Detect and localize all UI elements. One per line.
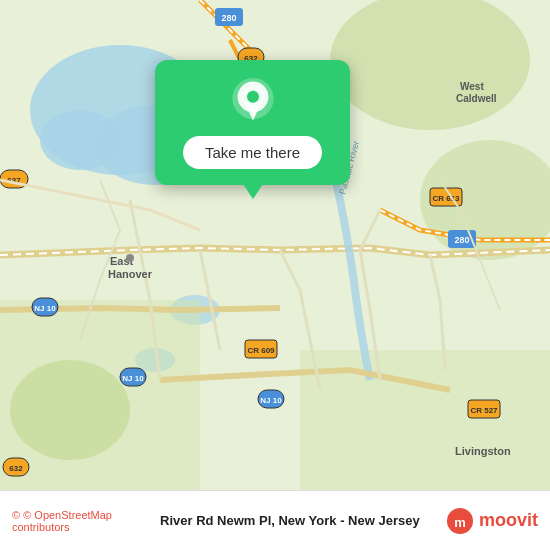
osm-copyright-icon: ©	[12, 509, 20, 521]
svg-text:m: m	[454, 515, 466, 530]
svg-point-39	[126, 254, 134, 262]
svg-text:Livingston: Livingston	[455, 445, 511, 457]
svg-text:CR 527: CR 527	[470, 406, 498, 415]
take-me-there-button[interactable]: Take me there	[183, 136, 322, 169]
svg-text:NJ 10: NJ 10	[34, 304, 56, 313]
svg-point-10	[10, 360, 130, 460]
svg-text:West: West	[460, 81, 484, 92]
map: 280 280 632 637 CR 613 Passaic River NJ …	[0, 0, 550, 490]
bottom-bar: © © OpenStreetMap contributors River Rd …	[0, 490, 550, 550]
moovit-icon: m	[446, 507, 474, 535]
svg-text:CR 609: CR 609	[247, 346, 275, 355]
svg-text:280: 280	[221, 13, 236, 23]
svg-point-3	[40, 110, 120, 170]
osm-attribution: © © OpenStreetMap contributors	[12, 509, 150, 533]
svg-text:632: 632	[9, 464, 23, 473]
osm-attribution-text: © OpenStreetMap contributors	[12, 509, 112, 533]
svg-text:NJ 10: NJ 10	[122, 374, 144, 383]
svg-text:NJ 10: NJ 10	[260, 396, 282, 405]
svg-text:Hanover: Hanover	[108, 268, 153, 280]
moovit-logo: m moovit	[446, 507, 538, 535]
svg-text:CR 613: CR 613	[432, 194, 460, 203]
svg-point-42	[247, 91, 259, 103]
svg-text:280: 280	[454, 235, 469, 245]
location-label: River Rd Newm Pl, New York - New Jersey	[160, 513, 436, 528]
moovit-text: moovit	[479, 510, 538, 531]
svg-text:Caldwell: Caldwell	[456, 93, 497, 104]
location-popup: Take me there	[155, 60, 350, 185]
location-pin-icon	[229, 78, 277, 126]
